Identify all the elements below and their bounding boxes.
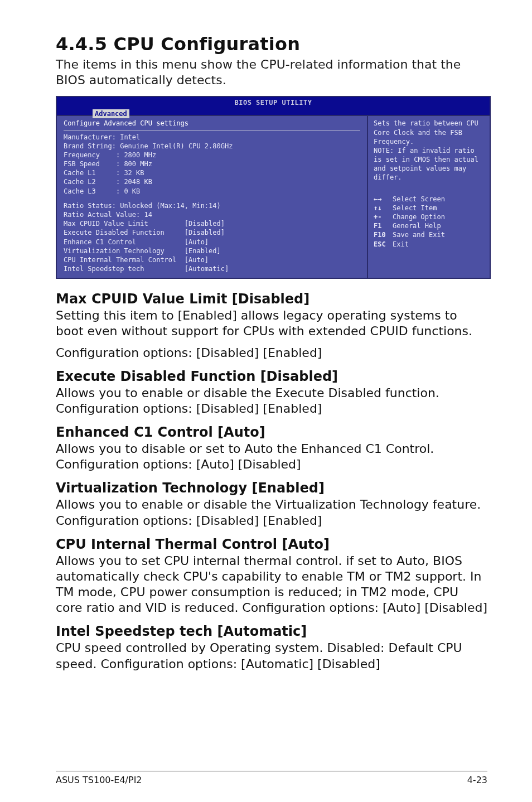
bios-nav-label: General Help xyxy=(393,221,441,230)
bios-field: Frequency : 2800 MHz xyxy=(64,151,360,160)
section-title: 4.4.5 CPU Configuration xyxy=(56,33,487,55)
bios-nav-key: F10 xyxy=(374,230,389,239)
page-footer: ASUS TS100-E4/PI2 4-23 xyxy=(56,771,487,785)
bios-field-value: 14 xyxy=(144,211,152,219)
bios-options: Max CPUID Value Limit [Disabled]Execute … xyxy=(64,219,360,273)
bios-option-value: [Disabled] xyxy=(185,229,225,236)
doc-paragraph: Allows you to enable or disable the Exec… xyxy=(56,385,487,417)
doc-heading: Virtualization Technology [Enabled] xyxy=(56,480,487,496)
bios-option-row[interactable]: CPU Internal Thermal Control [Auto] xyxy=(64,255,360,264)
bios-field: Ratio Actual Value: 14 xyxy=(64,210,360,219)
bios-nav-label: Save and Exit xyxy=(393,230,445,239)
bios-field: Cache L3 : 0 KB xyxy=(64,187,360,196)
doc-heading: CPU Internal Thermal Control [Auto] xyxy=(56,537,487,552)
bios-field-value: Genuine Intel(R) CPU 2.80GHz xyxy=(120,142,233,150)
doc-paragraph: Setting this item to [Enabled] allows le… xyxy=(56,308,487,339)
bios-nav-row: ↑↓Select Item xyxy=(374,204,484,212)
bios-nav-row: ←→Select Screen xyxy=(374,195,484,204)
bios-title: BIOS SETUP UTILITY xyxy=(61,98,485,107)
bios-nav-row: ESCExit xyxy=(374,240,484,249)
bios-nav-row: F10Save and Exit xyxy=(374,230,484,239)
bios-option-value: [Enabled] xyxy=(185,247,221,255)
bios-nav-key: ←→ xyxy=(374,195,389,204)
bios-nav: ←→Select Screen↑↓Select Item+-Change Opt… xyxy=(374,195,484,249)
bios-option-value: [Auto] xyxy=(185,256,209,264)
bios-nav-row: F1General Help xyxy=(374,221,484,230)
bios-field: Brand String: Genuine Intel(R) CPU 2.80G… xyxy=(64,142,360,151)
bios-field-value: Intel xyxy=(120,133,140,141)
bios-heading: Configure Advanced CPU settings xyxy=(64,119,360,128)
bios-nav-label: Change Option xyxy=(393,212,445,221)
bios-tab-advanced[interactable]: Advanced xyxy=(93,109,129,118)
bios-option-value: [Auto] xyxy=(185,238,209,246)
doc-paragraph: Configuration options: [Disabled] [Enabl… xyxy=(56,345,487,361)
bios-field-label: FSB Speed xyxy=(64,160,100,168)
bios-field-label: Cache L1 xyxy=(64,169,96,177)
bios-help-line: NOTE: If an invalid ratio is set in CMOS… xyxy=(374,146,484,182)
bios-header: BIOS SETUP UTILITY Advanced xyxy=(57,97,490,116)
section-intro: The items in this menu show the CPU-rela… xyxy=(56,57,487,88)
bios-field-value: 800 MHz xyxy=(124,160,152,168)
doc-paragraph: Allows you to disable or set to Auto the… xyxy=(56,441,487,472)
bios-option-row[interactable]: Execute Disabled Function [Disabled] xyxy=(64,228,360,237)
bios-nav-key: F1 xyxy=(374,221,389,230)
bios-nav-key: +- xyxy=(374,212,389,221)
bios-help-line: Sets the ratio between CPU Core Clock an… xyxy=(374,119,484,146)
doc-paragraph: Allows you to set CPU internal thermal c… xyxy=(56,553,487,616)
bios-help-text: Sets the ratio between CPU Core Clock an… xyxy=(374,119,484,182)
bios-option-label: Virtualization Technology xyxy=(64,247,185,255)
bios-field-label: Manufacturer: xyxy=(64,133,116,141)
bios-nav-label: Select Item xyxy=(393,204,437,212)
doc-paragraph: CPU speed controlled by Operating system… xyxy=(56,640,487,671)
bios-nav-key: ↑↓ xyxy=(374,204,389,212)
bios-field: Cache L1 : 32 KB xyxy=(64,168,360,177)
bios-option-label: Max CPUID Value Limit xyxy=(64,220,185,228)
bios-nav-row: +-Change Option xyxy=(374,212,484,221)
doc-heading: Intel Speedstep tech [Automatic] xyxy=(56,624,487,639)
bios-nav-label: Select Screen xyxy=(393,195,445,204)
footer-left: ASUS TS100-E4/PI2 xyxy=(56,775,142,785)
bios-nav-label: Exit xyxy=(393,240,409,249)
bios-field: Manufacturer: Intel xyxy=(64,133,360,142)
bios-option-row[interactable]: Intel Speedstep tech [Automatic] xyxy=(64,264,360,273)
bios-field-label: Cache L2 xyxy=(64,178,96,186)
bios-panel: BIOS SETUP UTILITY Advanced Configure Ad… xyxy=(56,96,491,279)
bios-option-row[interactable]: Enhance C1 Control [Auto] xyxy=(64,238,360,247)
bios-separator xyxy=(64,130,360,131)
bios-field-value: Unlocked (Max:14, Min:14) xyxy=(120,202,221,210)
bios-field: Ratio Status: Unlocked (Max:14, Min:14) xyxy=(64,201,360,210)
doc-heading: Max CPUID Value Limit [Disabled] xyxy=(56,291,487,307)
bios-help-pane: Sets the ratio between CPU Core Clock an… xyxy=(368,116,490,278)
footer-right: 4-23 xyxy=(467,775,487,785)
bios-field-label: Cache L3 xyxy=(64,187,96,195)
doc-heading: Enhanced C1 Control [Auto] xyxy=(56,424,487,440)
bios-option-label: CPU Internal Thermal Control xyxy=(64,256,185,264)
bios-option-value: [Disabled] xyxy=(185,220,225,228)
bios-nav-key: ESC xyxy=(374,240,389,249)
bios-field-value: 2800 MHz xyxy=(124,151,156,159)
doc-paragraph: Allows you to enable or disable the Virt… xyxy=(56,497,487,528)
bios-field-value: 2048 KB xyxy=(124,178,152,186)
bios-field-value: 32 KB xyxy=(124,169,144,177)
bios-option-row[interactable]: Max CPUID Value Limit [Disabled] xyxy=(64,219,360,228)
bios-field-label: Ratio Status: xyxy=(64,202,116,210)
bios-option-row[interactable]: Virtualization Technology [Enabled] xyxy=(64,247,360,255)
bios-option-label: Intel Speedstep tech xyxy=(64,265,185,273)
doc-body: Max CPUID Value Limit [Disabled]Setting … xyxy=(56,291,487,671)
doc-heading: Execute Disabled Function [Disabled] xyxy=(56,369,487,384)
bios-field-label: Brand String: xyxy=(64,142,116,150)
bios-field: FSB Speed : 800 MHz xyxy=(64,160,360,168)
bios-option-label: Execute Disabled Function xyxy=(64,229,185,236)
bios-left-pane: Configure Advanced CPU settings Manufact… xyxy=(57,116,368,278)
bios-option-label: Enhance C1 Control xyxy=(64,238,185,246)
bios-option-value: [Automatic] xyxy=(185,265,229,273)
bios-field-label: Frequency xyxy=(64,151,100,159)
bios-field: Cache L2 : 2048 KB xyxy=(64,177,360,186)
bios-field-label: Ratio Actual Value: xyxy=(64,211,140,219)
bios-field-value: 0 KB xyxy=(124,187,140,195)
